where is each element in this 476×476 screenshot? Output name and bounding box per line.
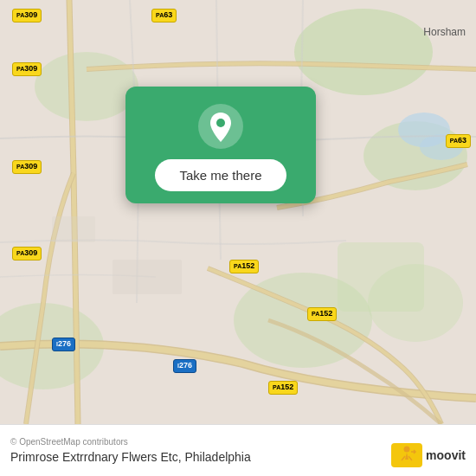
road-badge-pa152-1: PA 152 (229, 260, 259, 273)
moovit-logo-icon (391, 443, 422, 467)
location-pin-icon (198, 104, 243, 149)
svg-point-5 (35, 52, 138, 121)
road-badge-pa309-2: PA 309 (12, 62, 42, 76)
svg-point-1 (294, 9, 433, 95)
svg-rect-10 (113, 260, 182, 294)
svg-rect-11 (52, 216, 95, 242)
road-badge-pa152-2: PA 152 (307, 307, 337, 321)
road-badge-i276-2: I 276 (173, 359, 196, 373)
moovit-label: moovit (426, 448, 466, 462)
horsham-label: Horsham (423, 26, 466, 38)
moovit-logo: moovit (391, 443, 466, 467)
location-card: Take me there (125, 87, 316, 203)
map-container: PA 309 PA 309 PA 309 PA 309 PA 63 PA 63 … (0, 0, 476, 424)
svg-point-13 (216, 119, 225, 127)
road-badge-pa63-1: PA 63 (151, 9, 177, 23)
road-badge-pa309-4: PA 309 (12, 247, 42, 261)
bottom-bar: © OpenStreetMap contributors Primrose Ex… (0, 424, 476, 476)
road-badge-i276-1: I 276 (52, 338, 75, 351)
road-badge-pa309-1: PA 309 (12, 9, 42, 23)
road-badge-pa309-3: PA 309 (12, 160, 42, 174)
take-me-there-button[interactable]: Take me there (155, 159, 286, 191)
road-badge-pa152-3: PA 152 (268, 381, 298, 395)
svg-point-14 (404, 447, 410, 453)
map-svg (0, 0, 476, 424)
road-badge-pa63-2: PA 63 (446, 134, 471, 148)
svg-rect-7 (338, 242, 424, 312)
